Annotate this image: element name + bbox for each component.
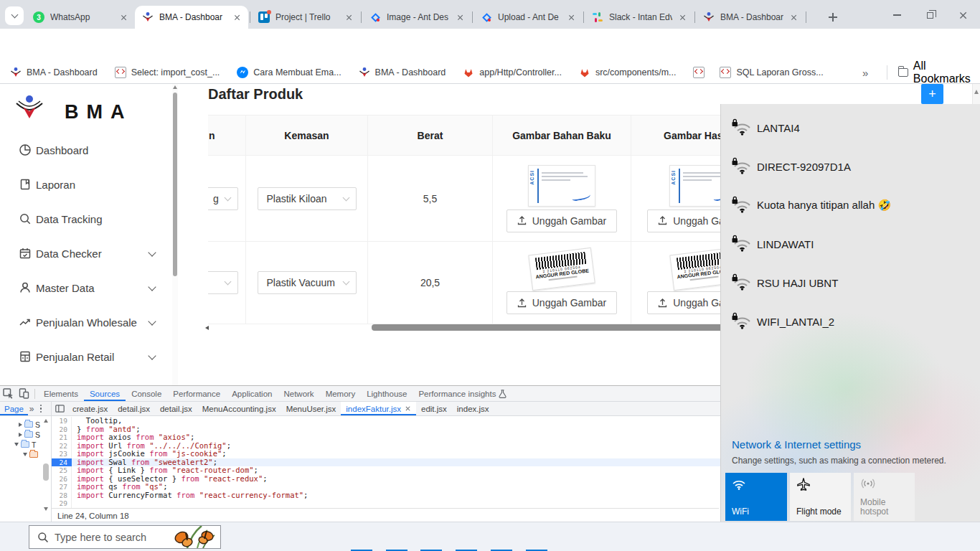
all-bookmarks-button[interactable]: All Bookmarks — [898, 61, 980, 84]
bookmark-item[interactable]: src/components/m... — [579, 67, 677, 78]
bookmark-item[interactable]: Cara Membuat Ema... — [237, 67, 341, 78]
bookmark-item-icon-only[interactable] — [693, 67, 710, 78]
unggah-gambar-button[interactable]: Unggah Gambar — [507, 291, 618, 314]
new-tab-button[interactable] — [824, 8, 842, 27]
inspect-element-icon[interactable] — [0, 387, 16, 400]
device-toolbar-icon[interactable] — [16, 387, 32, 400]
window-restore-button[interactable] — [917, 6, 943, 24]
flight-mode-button[interactable]: Flight mode — [790, 473, 851, 521]
devtools-tab-memory[interactable]: Memory — [320, 386, 362, 401]
bookmark-item[interactable]: app/Http/Controller... — [463, 67, 562, 78]
chevron-down-icon — [148, 317, 156, 325]
file-tab-index[interactable]: index.jsx — [452, 402, 494, 415]
scrollbar-thumb[interactable] — [43, 463, 49, 481]
window-close-button[interactable] — [950, 6, 976, 24]
code-editor[interactable]: 19 Tooltip, 20} from "antd"; 21import ax… — [52, 417, 726, 508]
tab-antd-upload[interactable]: Upload - Ant De — [473, 6, 583, 29]
sidebar-item-data-tracking[interactable]: Data Tracking — [0, 203, 172, 235]
tab-close-icon[interactable] — [677, 11, 688, 23]
tab-bma-dashboard-active[interactable]: BMA - Dashboar — [135, 6, 248, 29]
bookmark-item[interactable]: BMA - Dashboard — [359, 67, 446, 78]
devtools-tab-lighthouse[interactable]: Lighthouse — [361, 386, 413, 401]
tab-title: Upload - Ant De — [498, 12, 561, 22]
pane-vertical-scrollbar[interactable] — [42, 418, 50, 512]
chevron-down-icon — [225, 278, 232, 286]
file-tab-create[interactable]: create.jsx — [67, 402, 113, 415]
devtools-tab-sources[interactable]: Sources — [84, 386, 126, 401]
tree-expanded-arrow[interactable] — [23, 453, 27, 456]
bookmarks-bar: BMA - Dashboard Select: import_cost_... … — [0, 61, 980, 84]
scroll-up-arrow[interactable] — [44, 419, 48, 423]
tab-whatsapp[interactable]: 3 WhatsApp — [26, 6, 135, 29]
sidebar-item-dashboard[interactable]: Dashboard — [0, 134, 172, 166]
tree-collapsed-arrow[interactable] — [19, 433, 22, 437]
devtools-tab-application[interactable]: Application — [226, 386, 278, 401]
wifi-network-item[interactable]: LANTAI4 — [721, 108, 980, 147]
truncated-select[interactable] — [208, 271, 238, 294]
tab-close-icon[interactable] — [454, 11, 466, 23]
bookmark-item[interactable]: BMA - Dashboard — [10, 67, 98, 78]
scrollbar-thumb[interactable] — [173, 93, 177, 276]
wifi-network-item[interactable]: LINDAWATI — [721, 225, 980, 263]
tree-collapsed-arrow[interactable] — [19, 423, 22, 427]
unggah-gambar-button[interactable]: Unggah Gambar — [507, 209, 618, 232]
pane-more-tabs[interactable]: » — [29, 404, 34, 414]
scroll-down-arrow[interactable] — [44, 507, 48, 511]
devtools-tab-elements[interactable]: Elements — [38, 386, 84, 401]
bookmark-item[interactable]: SQL Laporan Gross... — [720, 67, 823, 78]
tab-close-icon[interactable] — [788, 11, 799, 23]
close-file-icon[interactable] — [405, 406, 411, 412]
pane-tab-page[interactable]: Page — [0, 402, 28, 415]
tab-close-icon[interactable] — [565, 11, 577, 23]
tab-slack[interactable]: Slack - Intan Edv — [585, 6, 694, 29]
file-tab-index-faktur[interactable]: indexFaktur.jsx — [341, 402, 416, 415]
table-hscroll-left-arrow[interactable] — [205, 326, 209, 330]
file-tab-detail-2[interactable]: detail.jsx — [155, 402, 197, 415]
file-tab-menu-user[interactable]: MenuUser.jsx — [281, 402, 341, 415]
tab-close-icon[interactable] — [343, 11, 354, 23]
sidebar-item-master-data[interactable]: Master Data — [0, 272, 172, 303]
file-tab-edit[interactable]: edit.jsx — [416, 402, 452, 415]
wifi-network-item[interactable]: WIFI_LANTAI_2 — [721, 302, 980, 341]
tab-close-icon[interactable] — [118, 11, 129, 23]
tab-antd-image[interactable]: Image - Ant Des — [362, 6, 471, 29]
wifi-network-item[interactable]: DIRECT-92097D1A — [721, 147, 980, 186]
window-minimize-button[interactable] — [884, 6, 910, 24]
wifi-network-item[interactable]: RSU HAJI UBNT — [721, 263, 980, 302]
tree-expanded-arrow[interactable] — [14, 443, 19, 446]
sidebar-scrollbar[interactable] — [172, 84, 178, 385]
truncated-select[interactable]: g — [208, 187, 238, 210]
scroll-up-arrow[interactable] — [974, 90, 979, 94]
bookmarks-overflow-button[interactable]: » — [862, 61, 868, 84]
add-product-button[interactable]: + — [921, 84, 943, 104]
table-hscrollbar-thumb[interactable] — [372, 324, 725, 331]
sidebar-item-laporan[interactable]: Laporan — [0, 169, 172, 200]
bahan-baku-image[interactable]: ACSI — [528, 165, 595, 207]
toggle-sidebar-icon[interactable] — [52, 402, 67, 415]
tab-trello[interactable]: Project | Trello — [251, 6, 360, 29]
wifi-network-item[interactable]: Kuota hanya titipan allah 🤣 — [721, 186, 980, 225]
sidebar-item-penjualan-retail[interactable]: Penjualan Retail — [0, 341, 172, 372]
sidebar-item-penjualan-wholesale[interactable]: Penjualan Wholesale — [0, 306, 172, 338]
taskbar-search-box[interactable]: Type here to search — [29, 525, 221, 549]
barcode-image[interactable]: 2 210110 062504 ANGGUR RED GLOBE — [528, 248, 595, 291]
mobile-hotspot-button[interactable]: Mobile hotspot — [854, 473, 915, 521]
sidebar-item-data-checker[interactable]: Data Checker — [0, 237, 172, 269]
kemasan-select[interactable]: Plastik Kiloan — [258, 187, 357, 210]
kemasan-select[interactable]: Plastik Vacuum — [258, 271, 357, 294]
devtools-tab-network[interactable]: Network — [278, 386, 319, 401]
taskbar: Type here to search — [0, 522, 980, 551]
bookmark-item[interactable]: Select: import_cost_... — [115, 67, 220, 78]
pane-menu-kebab-icon[interactable] — [40, 405, 42, 413]
devtools-tab-performance[interactable]: Performance — [167, 386, 226, 401]
file-tab-menu-accounting[interactable]: MenuAccounting.jsx — [197, 402, 281, 415]
scroll-up-arrow[interactable] — [173, 85, 177, 89]
tab-close-icon[interactable] — [231, 11, 242, 23]
tab-bma-dashboard-2[interactable]: BMA - Dashboar — [696, 6, 805, 29]
network-settings-link[interactable]: Network & Internet settings — [732, 438, 861, 451]
wifi-toggle-button[interactable]: WiFi — [725, 473, 787, 521]
file-tab-detail[interactable]: detail.jsx — [113, 402, 155, 415]
devtools-tab-performance-insights[interactable]: Performance insights — [413, 386, 512, 401]
tab-search-button[interactable] — [5, 6, 24, 25]
devtools-tab-console[interactable]: Console — [126, 386, 167, 401]
